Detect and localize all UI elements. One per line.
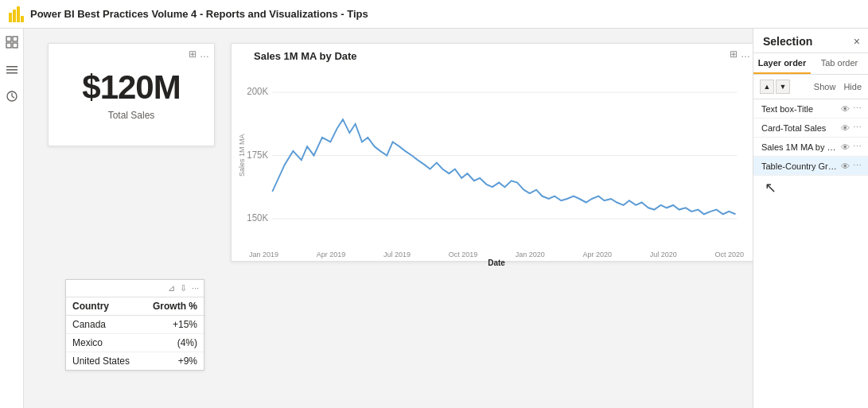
- selection-panel: Selection × Layer order Tab order ▲ ▼ Sh…: [753, 29, 868, 408]
- x-label-4: Jan 2020: [516, 251, 545, 258]
- svg-rect-6: [6, 43, 11, 48]
- x-label-6: Jul 2020: [650, 251, 677, 258]
- close-button[interactable]: ×: [854, 36, 860, 47]
- x-label-2: Jul 2019: [383, 251, 411, 258]
- line-chart-icons: ⊞ …: [730, 49, 750, 60]
- layer-item-name-table: Table-Country Growth: [761, 161, 841, 171]
- country-table[interactable]: ⊿ ⇩ ··· Country Growth % Canada +15%: [65, 279, 204, 371]
- kpi-value: $120M: [82, 68, 180, 107]
- svg-rect-7: [13, 43, 18, 48]
- svg-rect-8: [6, 66, 18, 68]
- more-icon-card[interactable]: ⋯: [853, 122, 862, 133]
- more-icon-sales[interactable]: ⋯: [853, 142, 862, 152]
- cursor-indicator: ↖: [753, 176, 868, 200]
- x-label-7: Oct 2020: [714, 251, 744, 258]
- col-country: Country: [66, 297, 142, 316]
- x-label-3: Oct 2019: [449, 251, 478, 258]
- table-row: United States +9%: [66, 352, 204, 371]
- layer-item-name-sales: Sales 1M MA by Date: [761, 142, 841, 152]
- layer-item-name-card: Card-Total Sales: [761, 123, 841, 133]
- sidebar-icon-1[interactable]: [5, 35, 19, 49]
- page-title: Power BI Best Practices Volume 4 - Repor…: [30, 8, 368, 20]
- layer-icons-card: 👁 ⋯: [841, 122, 862, 133]
- svg-rect-1: [13, 10, 16, 22]
- cell-growth-3: +9%: [142, 352, 204, 371]
- cursor-icon: ↖: [765, 180, 777, 196]
- line-chart-svg: 200K 175K 150K: [247, 65, 745, 246]
- col-growth: Growth %: [142, 297, 204, 316]
- tab-tab-order[interactable]: Tab order: [811, 53, 868, 74]
- main-canvas: ⊞ … $120M Total Sales ⊞ … Sales 1M MA by…: [24, 29, 753, 408]
- chart-area: 200K 175K 150K Jan 2019 Apr 2019 Jul 201…: [247, 65, 745, 246]
- svg-line-13: [12, 96, 14, 98]
- x-axis-labels: Jan 2019 Apr 2019 Jul 2019 Oct 2019 Jan …: [247, 251, 745, 258]
- line-chart-more-icon[interactable]: …: [741, 49, 750, 60]
- app-body: ⊞ … $120M Total Sales ⊞ … Sales 1M MA by…: [0, 29, 868, 408]
- svg-rect-3: [21, 16, 24, 22]
- sidebar-icon-2[interactable]: [5, 62, 19, 76]
- layer-item-name-textbox: Text box-Title: [761, 104, 841, 114]
- title-bar: Power BI Best Practices Volume 4 - Repor…: [0, 0, 868, 29]
- table-header-row: Country Growth %: [66, 297, 204, 316]
- kpi-card-icons: ⊞ …: [189, 49, 209, 60]
- visibility-icon-sales[interactable]: 👁: [841, 142, 850, 152]
- arrow-up-button[interactable]: ▲: [760, 80, 774, 94]
- table-row: Canada +15%: [66, 316, 204, 334]
- svg-rect-4: [6, 37, 11, 41]
- kpi-chart-icon[interactable]: ⊞: [189, 49, 197, 60]
- visibility-icon-table[interactable]: 👁: [841, 161, 850, 171]
- line-chart[interactable]: ⊞ … Sales 1M MA by Date Sales 1M MA 200K…: [231, 43, 753, 262]
- export-icon[interactable]: ⇩: [180, 283, 187, 293]
- y-axis-label: Sales 1M MA: [238, 65, 246, 246]
- line-chart-title: Sales 1M MA by Date: [254, 50, 745, 62]
- sidebar-icon-3[interactable]: [5, 89, 19, 103]
- visibility-icon-card[interactable]: 👁: [841, 123, 850, 133]
- layer-item-table-country[interactable]: Table-Country Growth 👁 ⋯: [753, 157, 868, 176]
- svg-text:175K: 175K: [247, 149, 268, 161]
- more-icon-table[interactable]: ⋯: [853, 161, 862, 171]
- table-row: Mexico (4%): [66, 334, 204, 352]
- cell-country-3: United States: [66, 352, 142, 371]
- panel-header: Selection ×: [753, 29, 868, 53]
- layer-icons-textbox: 👁 ⋯: [841, 103, 862, 114]
- svg-rect-0: [9, 13, 12, 22]
- kpi-card[interactable]: ⊞ … $120M Total Sales: [48, 43, 215, 146]
- arrow-down-button[interactable]: ▼: [776, 80, 790, 94]
- layer-item-textbox-title[interactable]: Text box-Title 👁 ⋯: [753, 99, 868, 119]
- tab-layer-order[interactable]: Layer order: [753, 53, 811, 74]
- x-label-5: Apr 2020: [583, 251, 613, 258]
- cell-country-1: Canada: [66, 316, 142, 334]
- left-sidebar: [0, 29, 24, 408]
- panel-title: Selection: [763, 35, 812, 48]
- visibility-icon-textbox[interactable]: 👁: [841, 104, 850, 114]
- panel-controls: ▲ ▼ Show Hide: [753, 75, 868, 99]
- pbi-logo-icon: [8, 6, 24, 22]
- cell-growth-2: (4%): [142, 334, 204, 352]
- svg-rect-2: [17, 6, 20, 22]
- data-table: Country Growth % Canada +15% Mexico (4%)…: [66, 297, 204, 370]
- layer-item-card-total-sales[interactable]: Card-Total Sales 👁 ⋯: [753, 119, 868, 138]
- kpi-label: Total Sales: [108, 110, 155, 121]
- table-body: Canada +15% Mexico (4%) United States +9…: [66, 316, 204, 371]
- layer-item-sales-ma[interactable]: Sales 1M MA by Date 👁 ⋯: [753, 138, 868, 157]
- more-icon[interactable]: ···: [192, 283, 199, 293]
- filter-icon[interactable]: ⊿: [168, 283, 175, 293]
- x-label-0: Jan 2019: [249, 251, 278, 258]
- cell-country-2: Mexico: [66, 334, 142, 352]
- kpi-more-icon[interactable]: …: [200, 49, 209, 60]
- svg-rect-10: [6, 72, 18, 74]
- panel-tabs: Layer order Tab order: [753, 53, 868, 75]
- show-hide-labels: Show Hide: [814, 82, 862, 91]
- svg-text:150K: 150K: [247, 212, 268, 224]
- svg-rect-5: [13, 37, 18, 41]
- hide-label: Hide: [843, 82, 862, 91]
- show-label: Show: [814, 82, 836, 91]
- layer-icons-table: 👁 ⋯: [841, 161, 862, 171]
- more-icon-textbox[interactable]: ⋯: [853, 103, 862, 114]
- layer-icons-sales: 👁 ⋯: [841, 142, 862, 152]
- line-chart-icon[interactable]: ⊞: [730, 49, 738, 60]
- x-label-1: Apr 2019: [317, 251, 346, 258]
- svg-rect-9: [6, 69, 18, 71]
- svg-text:200K: 200K: [247, 86, 268, 98]
- arrow-buttons: ▲ ▼: [760, 80, 790, 94]
